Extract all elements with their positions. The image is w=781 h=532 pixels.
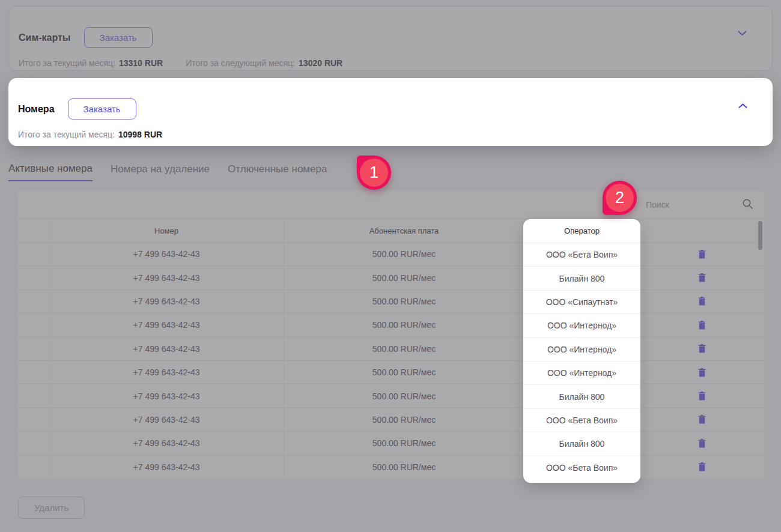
tour-step-1-badge[interactable]: 1 xyxy=(357,156,391,190)
chevron-up-icon xyxy=(738,101,747,110)
numbers-order-button[interactable]: Заказать xyxy=(68,98,136,119)
operator-cell: Билайн 800 xyxy=(523,267,640,290)
numbers-section-title: Номера xyxy=(18,104,55,115)
numbers-section: Номера Заказать Итого за текущий месяц: … xyxy=(8,78,773,146)
operator-cell: ООО «Интернод» xyxy=(523,361,640,385)
operator-spotlight-list: ООО «Бета Воип»Билайн 800ООО «Сипаутнэт»… xyxy=(523,243,640,480)
tour-step-1-number: 1 xyxy=(360,159,388,187)
operator-cell: ООО «Интернод» xyxy=(523,338,640,361)
operator-column-spotlight: Оператор ООО «Бета Воип»Билайн 800ООО «С… xyxy=(523,219,640,483)
operator-cell: ООО «Сипаутнэт» xyxy=(523,291,640,314)
operator-cell: ООО «Бета Воип» xyxy=(523,409,640,432)
operator-cell: Билайн 800 xyxy=(523,432,640,456)
tour-step-2-badge[interactable]: 2 xyxy=(603,181,637,215)
numbers-collapse-toggle[interactable] xyxy=(735,98,750,113)
page: Сим-карты Заказать Итого за текущий меся… xyxy=(0,0,781,532)
operator-cell: ООО «Бета Воип» xyxy=(523,456,640,480)
operator-cell: ООО «Интернод» xyxy=(523,314,640,337)
tour-step-2-number: 2 xyxy=(606,184,634,212)
total-label: Итого за текущий месяц: xyxy=(18,130,115,139)
total-value: 10998 RUR xyxy=(118,130,162,139)
operator-cell: ООО «Бета Воип» xyxy=(523,243,640,267)
operator-column-header: Оператор xyxy=(523,219,640,243)
operator-cell: Билайн 800 xyxy=(523,385,640,408)
numbers-current-month-total: Итого за текущий месяц: 10998 RUR xyxy=(18,130,162,139)
